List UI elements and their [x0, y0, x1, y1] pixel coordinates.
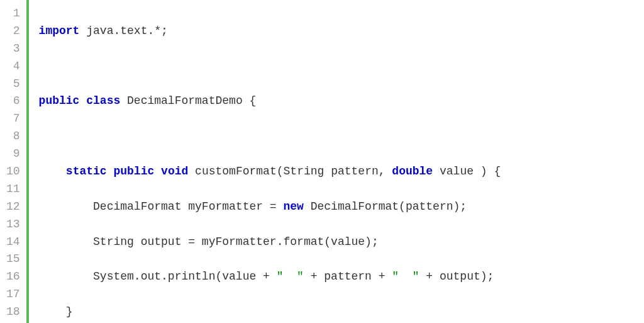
code-text: DecimalFormat myFormatter =	[39, 200, 284, 213]
line-number: 10	[6, 163, 20, 181]
keyword: class	[86, 94, 120, 107]
code-line: public class DecimalFormatDemo {	[39, 93, 501, 110]
keyword: double	[392, 165, 433, 178]
keyword: new	[283, 200, 303, 213]
line-number: 4	[6, 58, 20, 76]
line-number: 16	[6, 268, 20, 286]
string-literal: " "	[392, 270, 419, 283]
line-number: 13	[6, 216, 20, 234]
line-number: 17	[6, 286, 20, 303]
code-text: value ) {	[433, 165, 501, 178]
keyword: static	[66, 165, 107, 178]
keyword: public	[113, 165, 154, 178]
line-number: 15	[6, 251, 20, 268]
code-text: customFormat(String pattern,	[188, 165, 392, 178]
line-number: 11	[6, 181, 20, 198]
code-area: import java.text.*; public class Decimal…	[29, 0, 501, 323]
code-text: }	[39, 305, 73, 318]
code-text: DecimalFormat(pattern);	[304, 200, 467, 213]
line-number: 9	[6, 145, 20, 163]
line-number-gutter: 1 2 3 4 5 6 7 8 9 10 11 12 13 14 15 16 1…	[0, 0, 24, 323]
keyword: public	[39, 94, 80, 107]
keyword: import	[39, 25, 80, 37]
line-number: 18	[6, 303, 20, 321]
code-text: + pattern +	[304, 270, 392, 283]
code-text: System.out.println(value +	[39, 270, 277, 283]
line-number: 1	[6, 5, 20, 23]
code-line: }	[39, 303, 501, 321]
code-line: import java.text.*;	[39, 23, 501, 40]
line-number: 6	[6, 93, 20, 110]
line-number: 5	[6, 76, 20, 93]
code-line: DecimalFormat myFormatter = new DecimalF…	[39, 198, 501, 216]
code-line: String output = myFormatter.format(value…	[39, 234, 501, 251]
line-number: 8	[6, 128, 20, 145]
line-number: 7	[6, 110, 20, 128]
code-line	[39, 58, 501, 76]
code-line: System.out.println(value + " " + pattern…	[39, 268, 501, 286]
code-text: java.text.*;	[79, 25, 167, 37]
code-text: String output = myFormatter.format(value…	[39, 235, 379, 248]
code-text: + output);	[419, 270, 494, 283]
code-line: static public void customFormat(String p…	[39, 163, 501, 181]
line-number: 3	[6, 40, 20, 58]
code-line	[39, 128, 501, 145]
line-number: 12	[6, 198, 20, 216]
keyword: void	[161, 165, 188, 178]
string-literal: " "	[277, 270, 304, 283]
line-number: 14	[6, 234, 20, 251]
line-number: 2	[6, 23, 20, 40]
code-text: DecimalFormatDemo {	[120, 94, 256, 107]
